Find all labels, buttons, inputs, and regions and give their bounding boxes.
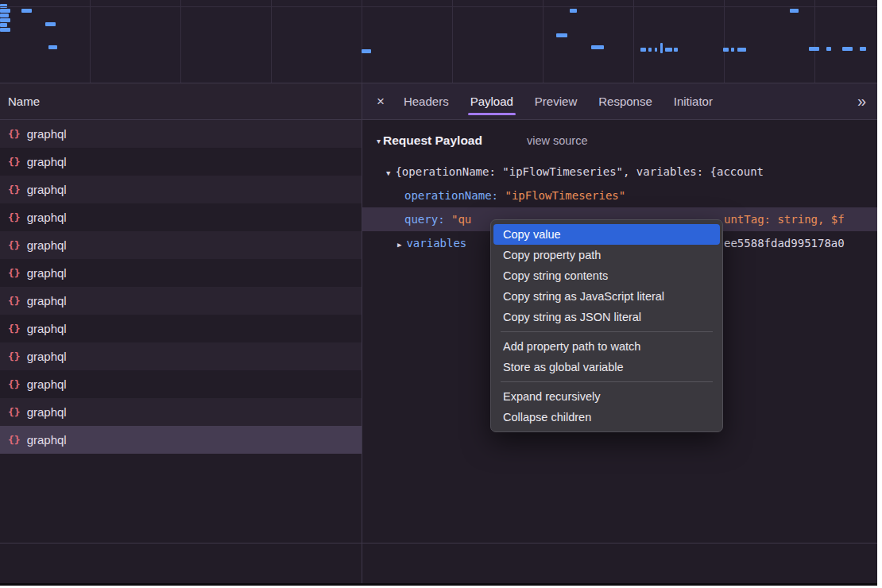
menu-item-copy-string-as-javascript-literal[interactable]: Copy string as JavaScript literal [493, 286, 720, 307]
request-timeline-bar [790, 9, 799, 13]
request-row[interactable]: {}graphql [0, 426, 362, 454]
request-timeline-bar [723, 48, 729, 52]
tab-headers[interactable]: Headers [404, 83, 449, 119]
request-name: graphql [27, 211, 67, 224]
window-bottom-edge [0, 583, 877, 586]
request-timeline-bar [640, 48, 646, 52]
devtools-network-panel: Name {}graphql{}graphql{}graphql{}graphq… [0, 0, 877, 586]
expand-triangle-icon[interactable]: ▶ [397, 241, 401, 249]
json-braces-icon: {} [8, 350, 21, 362]
menu-item-copy-value[interactable]: Copy value [493, 224, 720, 245]
tree-row-operation-name[interactable]: operationName: "ipFlowTimeseries" [362, 184, 877, 207]
object-preview-text: {operationName: "ipFlowTimeseries", vari… [395, 165, 764, 178]
request-timeline-bar [21, 9, 32, 13]
tree-row-root[interactable]: ▼{operationName: "ipFlowTimeseries", var… [362, 160, 877, 184]
request-timeline-bar [0, 9, 10, 13]
request-timeline-bar [655, 48, 657, 52]
json-braces-icon: {} [8, 323, 21, 335]
request-row[interactable]: {}graphql [0, 203, 362, 231]
request-timeline-bar [570, 9, 577, 13]
request-payload-section-header: ▾ Request Payload view source [362, 128, 877, 153]
menu-item-expand-recursively[interactable]: Expand recursively [493, 386, 720, 407]
menu-item-copy-string-contents[interactable]: Copy string contents [493, 265, 720, 286]
request-row[interactable]: {}graphql [0, 231, 362, 259]
menu-item-copy-string-as-json-literal[interactable]: Copy string as JSON literal [493, 307, 720, 327]
json-braces-icon: {} [8, 295, 21, 307]
request-row[interactable]: {}graphql [0, 120, 362, 148]
property-value-continuation: untTag: string, $f [724, 207, 845, 231]
request-timeline-bar [648, 48, 652, 52]
menu-separator [501, 331, 713, 332]
request-row[interactable]: {}graphql [0, 370, 362, 398]
menu-item-store-as-global-variable[interactable]: Store as global variable [493, 357, 720, 377]
request-timeline-bar [809, 47, 819, 51]
request-timeline-bar [860, 47, 866, 51]
tab-items: HeadersPayloadPreviewResponseInitiator [404, 83, 713, 119]
request-timeline-bar [737, 48, 746, 52]
view-source-link[interactable]: view source [527, 134, 588, 147]
request-timeline-bar [45, 22, 56, 26]
close-panel-button[interactable]: × [377, 94, 385, 110]
tab-preview[interactable]: Preview [535, 83, 577, 119]
request-list: {}graphql{}graphql{}graphql{}graphql{}gr… [0, 120, 362, 454]
request-timeline-bar [362, 49, 371, 53]
tab-response[interactable]: Response [598, 83, 652, 119]
property-value: "qu [451, 213, 471, 226]
request-row[interactable]: {}graphql [0, 342, 362, 370]
request-name: graphql [27, 127, 67, 141]
request-row[interactable]: {}graphql [0, 176, 362, 203]
json-braces-icon: {} [8, 156, 21, 168]
json-braces-icon: {} [8, 211, 21, 223]
tab-payload[interactable]: Payload [470, 83, 513, 119]
request-timeline-bar [48, 45, 57, 49]
tab-initiator[interactable]: Initiator [674, 83, 713, 119]
request-timeline-bar [0, 28, 10, 32]
main-split: Name {}graphql{}graphql{}graphql{}graphq… [0, 83, 877, 583]
request-name: graphql [27, 350, 67, 363]
request-timeline-bar [826, 47, 831, 51]
section-title: Request Payload [383, 133, 482, 148]
request-row[interactable]: {}graphql [0, 148, 362, 176]
request-timeline-bar [0, 4, 7, 8]
request-timeline-bar [0, 18, 10, 22]
requests-table-panel: Name {}graphql{}graphql{}graphql{}graphq… [0, 83, 362, 583]
request-row[interactable]: {}graphql [0, 259, 362, 287]
request-timeline-bar [731, 48, 734, 52]
json-braces-icon: {} [8, 239, 21, 251]
request-timeline-bar [665, 48, 672, 52]
tab-strip: × HeadersPayloadPreviewResponseInitiator… [362, 83, 877, 120]
overflow-tabs-button[interactable]: » [857, 92, 866, 110]
request-name: graphql [27, 266, 67, 280]
request-timeline-bar [591, 45, 604, 49]
property-value: "ipFlowTimeseries" [505, 189, 625, 202]
request-name: graphql [27, 377, 67, 391]
name-column-header[interactable]: Name [0, 83, 362, 120]
request-name: graphql [27, 155, 67, 168]
request-row[interactable]: {}graphql [0, 398, 362, 426]
request-timeline-bar [674, 48, 678, 52]
property-key: query: [404, 213, 445, 226]
context-menu: Copy valueCopy property pathCopy string … [490, 219, 723, 432]
property-value-continuation: ee5588fdad995178a0 [724, 231, 845, 255]
request-timeline-bar [660, 43, 663, 53]
request-timeline-bar [842, 47, 853, 51]
section-disclosure-triangle-icon[interactable]: ▾ [377, 137, 381, 145]
property-key: operationName: [404, 189, 498, 202]
request-timeline-bar [0, 14, 9, 17]
request-name: graphql [27, 183, 67, 196]
menu-item-copy-property-path[interactable]: Copy property path [493, 245, 720, 265]
request-row[interactable]: {}graphql [0, 287, 362, 315]
collapse-triangle-icon[interactable]: ▼ [386, 169, 390, 177]
request-timeline-bar [0, 23, 7, 27]
footer-divider [0, 543, 877, 544]
request-name: graphql [27, 405, 67, 419]
json-braces-icon: {} [8, 267, 21, 279]
json-braces-icon: {} [8, 434, 21, 446]
request-name: graphql [27, 433, 67, 447]
json-braces-icon: {} [8, 128, 21, 140]
menu-item-add-property-path-to-watch[interactable]: Add property path to watch [493, 336, 720, 357]
network-overview-strip[interactable] [0, 0, 877, 83]
menu-item-collapse-children[interactable]: Collapse children [493, 407, 720, 427]
request-row[interactable]: {}graphql [0, 315, 362, 342]
request-name: graphql [27, 238, 67, 252]
